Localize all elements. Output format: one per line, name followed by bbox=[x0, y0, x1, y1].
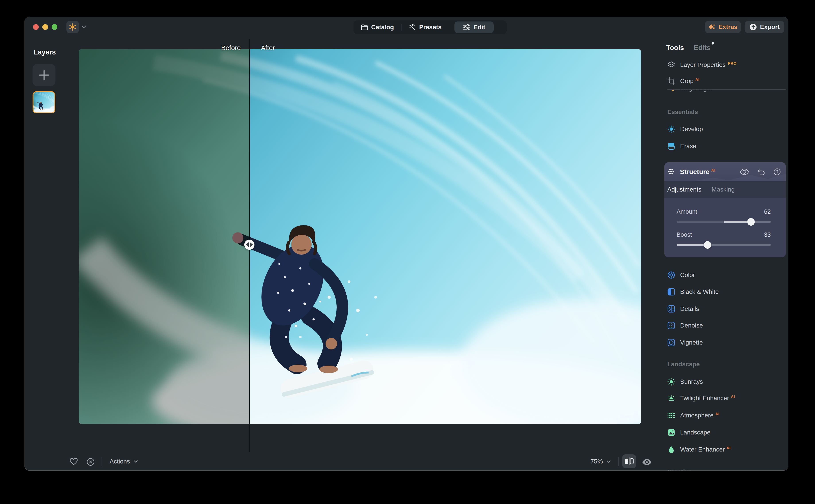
tab-edits[interactable]: Edits bbox=[694, 44, 710, 52]
screenshot-stage: Catalog Presets E bbox=[0, 0, 815, 504]
magic-wand-icon bbox=[409, 24, 416, 31]
app-menu-button[interactable] bbox=[66, 21, 79, 33]
amount-slider-thumb[interactable] bbox=[747, 218, 755, 226]
ai-badge: AI bbox=[695, 78, 700, 82]
structure-dots-icon bbox=[668, 168, 675, 176]
tool-label: Water EnhancerAI bbox=[680, 446, 731, 453]
favorite-heart-icon[interactable] bbox=[70, 458, 78, 465]
app-logo-asterisk-icon bbox=[68, 23, 77, 31]
boost-slider-fill bbox=[677, 244, 708, 246]
tool-label: Color bbox=[680, 271, 695, 279]
before-label: Before bbox=[206, 44, 241, 52]
tool-row-develop[interactable]: Develop bbox=[667, 124, 703, 134]
slider-track-after bbox=[710, 244, 771, 246]
boost-slider-thumb[interactable] bbox=[704, 241, 711, 249]
tab-masking[interactable]: Masking bbox=[712, 186, 735, 193]
tab-presets-label: Presets bbox=[419, 24, 442, 31]
traffic-zoom-button[interactable] bbox=[52, 24, 57, 30]
tool-row-twilight-enhancer[interactable]: Twilight EnhancerAI bbox=[667, 393, 735, 403]
amount-slider-value: 62 bbox=[764, 208, 771, 215]
tool-label: CropAI bbox=[680, 78, 700, 85]
tool-row-landscape[interactable]: Landscape bbox=[667, 428, 712, 437]
visibility-eye-icon[interactable] bbox=[740, 169, 749, 175]
app-menu-chevron-down-icon[interactable] bbox=[81, 25, 86, 29]
tab-catalog-label: Catalog bbox=[371, 24, 394, 31]
layer-thumbnail[interactable] bbox=[33, 91, 55, 113]
tab-adjustments[interactable]: Adjustments bbox=[667, 186, 701, 193]
zoom-dropdown[interactable]: 75% bbox=[590, 458, 611, 465]
tool-row-color[interactable]: Color bbox=[667, 270, 695, 280]
tool-row-sunrays[interactable]: Sunrays bbox=[667, 377, 705, 387]
tool-label: Landscape bbox=[680, 429, 712, 436]
traffic-minimize-button[interactable] bbox=[42, 24, 48, 30]
before-photo-region bbox=[79, 49, 249, 424]
extras-button[interactable]: Extras bbox=[705, 21, 741, 33]
tool-row-magic-light-clipped[interactable]: Magic Light bbox=[667, 90, 787, 94]
tab-catalog[interactable]: Catalog bbox=[353, 20, 402, 34]
compare-drag-handle[interactable] bbox=[244, 240, 254, 250]
plus-icon bbox=[38, 69, 50, 81]
crop-icon bbox=[667, 77, 675, 85]
app-window: Catalog Presets E bbox=[24, 17, 788, 471]
develop-sun-icon bbox=[667, 125, 675, 133]
tool-row-denoise[interactable]: Denoise bbox=[667, 321, 703, 330]
compare-divider-top bbox=[249, 39, 250, 49]
tool-row-erase[interactable]: Erase bbox=[667, 141, 696, 151]
color-wheel-icon bbox=[667, 271, 675, 279]
actions-label: Actions bbox=[110, 458, 130, 465]
tool-row-layer-properties[interactable]: Layer PropertiesPRO bbox=[667, 60, 737, 70]
zoom-level-label: 75% bbox=[590, 458, 603, 465]
export-button-label: Export bbox=[760, 23, 780, 31]
tool-row-black-white[interactable]: Black & White bbox=[667, 287, 719, 297]
preview-eye-icon[interactable] bbox=[642, 459, 652, 465]
twilight-sunset-icon bbox=[667, 394, 675, 402]
details-icon bbox=[667, 305, 675, 313]
section-header-essentials: Essentials bbox=[667, 109, 698, 116]
compare-divider[interactable] bbox=[249, 49, 250, 424]
section-header-landscape: Landscape bbox=[667, 361, 700, 368]
tool-label: Details bbox=[680, 305, 699, 312]
sliders-icon bbox=[463, 24, 470, 31]
layers-panel-title: Layers bbox=[34, 48, 56, 56]
photo-canvas[interactable] bbox=[79, 49, 641, 424]
boost-slider-row: Boost 33 bbox=[677, 231, 771, 246]
bottom-divider-left bbox=[101, 457, 101, 466]
tool-row-details[interactable]: Details bbox=[667, 304, 699, 314]
actions-dropdown[interactable]: Actions bbox=[110, 458, 138, 465]
bottom-divider-right bbox=[618, 457, 619, 466]
handle-right-arrow-icon bbox=[250, 242, 253, 247]
tool-label: Vignette bbox=[680, 339, 703, 346]
tool-row-atmosphere[interactable]: AtmosphereAI bbox=[667, 411, 720, 420]
tab-presets[interactable]: Presets bbox=[402, 20, 449, 34]
add-layer-button[interactable] bbox=[33, 64, 55, 86]
section-header-creative: Creative bbox=[667, 468, 692, 471]
landscape-image-icon bbox=[667, 428, 675, 436]
tool-row-vignette[interactable]: Vignette bbox=[667, 338, 703, 347]
tool-row-crop[interactable]: CropAI bbox=[667, 76, 700, 86]
info-icon[interactable] bbox=[773, 168, 781, 176]
tab-edit[interactable]: Edit bbox=[454, 21, 494, 33]
tab-tools[interactable]: Tools bbox=[666, 44, 684, 52]
magic-light-icon bbox=[667, 90, 675, 92]
reject-x-circle-icon[interactable] bbox=[87, 458, 95, 466]
tool-label: Develop bbox=[680, 126, 703, 133]
folder-icon bbox=[361, 24, 368, 30]
export-button[interactable]: Export bbox=[745, 21, 784, 33]
handle-left-arrow-icon bbox=[246, 242, 249, 247]
compare-view-button[interactable] bbox=[622, 454, 636, 468]
structure-panel: StructureAI bbox=[664, 162, 786, 257]
structure-adjustments-card: Amount 62 Boost 33 bbox=[664, 198, 786, 257]
boost-slider-track[interactable] bbox=[677, 244, 771, 246]
reset-undo-icon[interactable] bbox=[757, 168, 765, 175]
boost-slider-label: Boost bbox=[677, 231, 692, 238]
edits-badge-dot bbox=[712, 42, 714, 45]
export-up-arrow-icon bbox=[749, 23, 757, 31]
traffic-close-button[interactable] bbox=[33, 24, 39, 30]
extras-button-label: Extras bbox=[718, 23, 737, 31]
structure-panel-header[interactable]: StructureAI bbox=[664, 162, 786, 181]
amount-slider-track[interactable] bbox=[677, 221, 771, 223]
layers-stack-icon bbox=[667, 61, 675, 69]
tool-row-water-enhancer[interactable]: Water EnhancerAI bbox=[667, 445, 731, 454]
tool-label: Magic Light bbox=[680, 90, 712, 92]
tool-label: Twilight EnhancerAI bbox=[680, 395, 735, 402]
